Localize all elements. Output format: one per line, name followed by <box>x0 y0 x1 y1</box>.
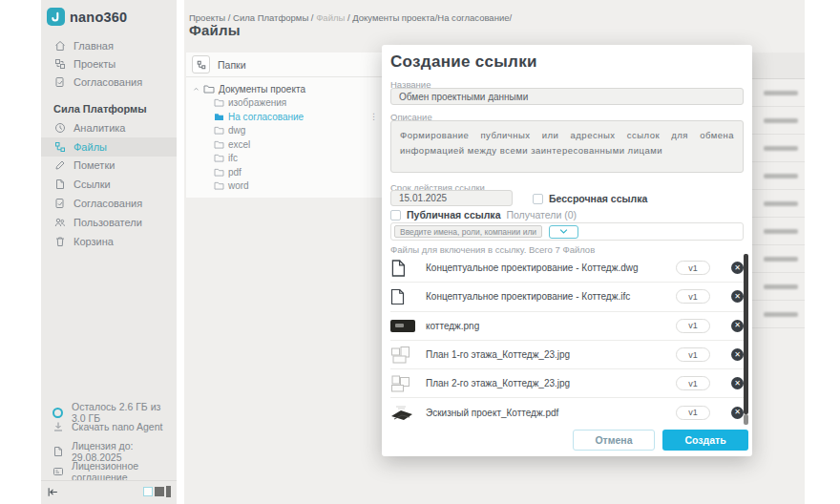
tree-item-label: Документы проекта <box>219 84 305 94</box>
remove-file-button[interactable]: ✕ <box>731 262 744 274</box>
trash-icon <box>53 236 66 248</box>
sidebar-item-notes[interactable]: Пометки <box>41 156 177 175</box>
tree-item-label: word <box>228 180 249 191</box>
tree-item-label: excel <box>228 139 250 150</box>
sidebar-item-files[interactable]: Файлы <box>41 137 177 157</box>
table-row <box>752 273 805 301</box>
file-name: Эскизный проект_Коттедж.pdf <box>426 408 676 418</box>
folders-panel-header: Папки <box>186 52 382 77</box>
sidebar-item-trash[interactable]: Корзина <box>41 232 177 251</box>
folder-tree-icon[interactable] <box>192 55 210 74</box>
remove-file-button[interactable]: ✕ <box>731 377 744 389</box>
png-thumbnail <box>390 320 426 332</box>
table-header <box>752 52 805 79</box>
filelist-scrollbar-track[interactable] <box>744 414 748 425</box>
expiry-date-input[interactable] <box>390 190 513 206</box>
table-row <box>752 107 805 135</box>
more-options-icon[interactable]: ⋮ <box>369 112 378 121</box>
tree-item-ifc[interactable]: ifc <box>186 152 382 166</box>
create-link-modal: Создание ссылки Название Описание Формир… <box>382 45 752 456</box>
remove-file-button[interactable]: ✕ <box>731 320 744 332</box>
remove-file-button[interactable]: ✕ <box>731 348 744 361</box>
folder-icon <box>213 139 224 150</box>
public-checkbox[interactable] <box>390 210 401 220</box>
chevron-down-icon <box>559 228 568 235</box>
filelist-scrollbar-thumb[interactable] <box>744 254 748 414</box>
sidebar-item-home[interactable]: Главная <box>41 36 177 55</box>
tree-item-excel[interactable]: excel <box>186 137 382 152</box>
sidebar-item-label: Согласования <box>74 76 142 88</box>
remove-file-button[interactable]: ✕ <box>731 407 744 419</box>
folders-panel: Папки Документы проекта изображения На с… <box>186 52 382 198</box>
version-badge[interactable]: v1 <box>676 289 710 304</box>
perpetual-link-option[interactable]: Бессрочная ссылка <box>533 193 647 204</box>
version-badge[interactable]: v1 <box>676 406 710 420</box>
sidebar-section-label: Сила Платформы <box>53 103 147 115</box>
sidebar-item-links[interactable]: Ссылки <box>41 175 177 194</box>
tree-item-na-soglasovanie[interactable]: На согласование ⋮ <box>186 110 382 124</box>
tree-item-label: dwg <box>228 125 245 136</box>
dark-theme-toggle[interactable] <box>155 487 164 496</box>
sidebar: nano360 Главная Проекты Согласования Сил… <box>41 0 177 504</box>
sidebar-footer <box>41 480 177 502</box>
name-input[interactable] <box>390 88 744 105</box>
tree-item-word[interactable]: word <box>186 179 382 194</box>
download-icon <box>52 420 64 432</box>
files-to-include-list: Концептуальное проектирование - Коттедж.… <box>390 254 744 428</box>
table-row <box>752 79 805 107</box>
background-file-table <box>752 52 805 456</box>
recipients-input[interactable] <box>394 225 542 238</box>
public-link-option[interactable]: Публичная ссылка Получатели (0) <box>390 209 577 220</box>
logo-text: nano360 <box>70 10 127 25</box>
sidebar-item-label: Пометки <box>74 159 115 171</box>
collapse-sidebar-icon[interactable] <box>47 486 59 498</box>
version-badge[interactable]: v1 <box>676 347 710 362</box>
sidebar-item-users[interactable]: Пользователи <box>41 213 177 232</box>
version-badge[interactable]: v1 <box>676 261 710 275</box>
logo: nano360 <box>47 8 127 26</box>
tree-item-pdf[interactable]: pdf <box>186 165 382 179</box>
sidebar-item-label: Файлы <box>74 141 107 153</box>
table-row <box>752 245 805 273</box>
doc-check-icon <box>53 76 66 89</box>
ifc-file-icon <box>390 288 426 305</box>
modal-title: Создание ссылки <box>390 52 537 72</box>
sidebar-item-approvals[interactable]: Согласования <box>41 73 177 92</box>
tree-item-label: pdf <box>228 167 242 178</box>
folder-filled-icon <box>213 112 224 122</box>
tree-item-dwg[interactable]: dwg <box>186 124 382 138</box>
file-name: Концептуальное проектирование - Коттедж.… <box>426 262 676 273</box>
table-row <box>752 135 805 162</box>
file-name: коттедж.png <box>426 321 676 331</box>
pdf-sketch-thumbnail <box>390 404 426 421</box>
remove-file-button[interactable]: ✕ <box>731 290 744 303</box>
sidebar-item-label: Проекты <box>74 58 116 70</box>
version-badge[interactable]: v1 <box>676 376 710 390</box>
file-name: Концептуальное проектирование - Коттедж.… <box>426 291 676 302</box>
document-icon <box>53 178 66 191</box>
create-button[interactable]: Создать <box>662 430 748 451</box>
version-badge[interactable]: v1 <box>676 319 710 333</box>
description-textarea[interactable]: Формирование публичных или адресных ссыл… <box>390 120 744 173</box>
perpetual-checkbox[interactable] <box>533 194 543 204</box>
sidebar-item-projects[interactable]: Проекты <box>41 54 177 74</box>
panel-toggle[interactable] <box>166 486 171 497</box>
sidebar-item-analytics[interactable]: Аналитика <box>41 118 177 137</box>
cancel-button[interactable]: Отмена <box>573 430 655 451</box>
tree-item-label: изображения <box>228 97 286 108</box>
floorplan-thumbnail <box>390 346 426 365</box>
recipients-count-label: Получатели (0) <box>506 209 577 220</box>
chevron-up-icon[interactable] <box>192 85 200 93</box>
tree-item-root[interactable]: Документы проекта <box>186 82 382 96</box>
sidebar-item-agreements[interactable]: Согласования <box>41 194 177 213</box>
light-theme-toggle[interactable] <box>143 487 153 496</box>
tree-item-images[interactable]: изображения <box>186 96 382 111</box>
recipients-dropdown-button[interactable] <box>549 225 578 239</box>
file-row: коттедж.png v1 ✕ <box>390 312 744 341</box>
download-agent-link[interactable]: Скачать nano Agent <box>41 420 177 432</box>
file-name: План 1-го этажа_Коттедж_23.jpg <box>426 349 676 360</box>
sidebar-item-label: Корзина <box>74 236 114 247</box>
file-row: План 2-го этажа_Коттедж_23.jpg v1 ✕ <box>390 369 744 398</box>
sidebar-item-label: Согласования <box>74 198 142 209</box>
table-row <box>752 162 805 190</box>
